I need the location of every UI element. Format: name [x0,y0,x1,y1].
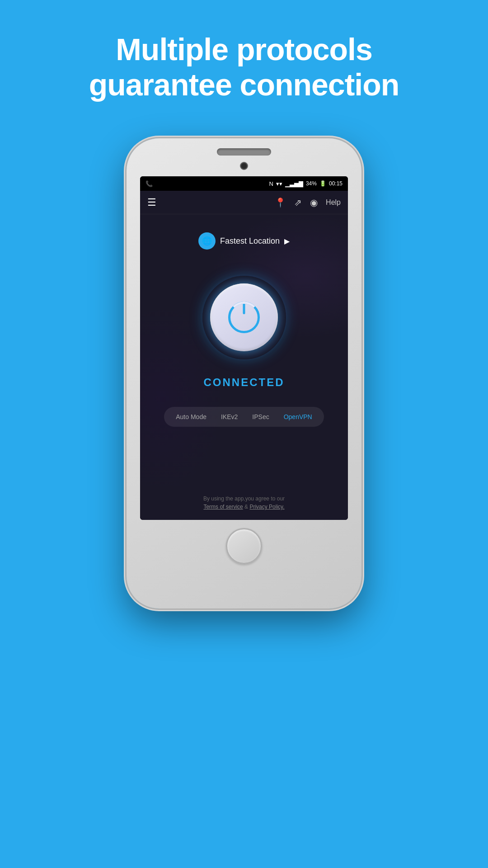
headline-line1: Multiple protocols [116,32,372,66]
footer-agree-text: By using the app,you agree to our [203,495,285,502]
power-inner-ring [210,283,278,351]
wifi-icon: ▾▾ [276,180,282,187]
protocol-tab-ipsec[interactable]: IPSec [246,410,275,423]
phone-screen: 📞 N ▾▾ ▁▃▅▇ 34% 🔋 00:15 ☰ 📍 ⇗ ◉ Help [140,176,348,520]
protocol-tab-openvpn[interactable]: OpenVPN [277,410,319,423]
footer-text: By using the app,you agree to our Terms … [203,495,285,511]
screen-content: 🌐 Fastest Location ▶ CONNECTED Auto Mode… [140,214,348,520]
status-right-icons: N ▾▾ ▁▃▅▇ 34% 🔋 00:15 [269,180,343,187]
signal-icon: ▁▃▅▇ [285,180,303,187]
location-arrow-icon: ▶ [284,237,290,245]
power-symbol-icon [228,302,260,333]
hamburger-menu-icon[interactable]: ☰ [147,197,156,208]
battery-icon: 🔋 [319,180,326,187]
protocol-tab-auto[interactable]: Auto Mode [169,410,213,423]
protocol-tab-ikev2[interactable]: IKEv2 [215,410,244,423]
location-label: Fastest Location [220,236,280,246]
footer-and: & [243,504,250,510]
power-button[interactable] [199,272,289,363]
nfc-icon: N [269,180,273,187]
headline-line2: guarantee connection [89,67,399,102]
front-camera [240,162,248,170]
battery-percent: 34% [306,180,317,187]
home-button[interactable] [226,528,262,564]
connected-status: CONNECTED [203,376,284,389]
location-row[interactable]: 🌐 Fastest Location ▶ [198,232,290,250]
status-bar: 📞 N ▾▾ ▁▃▅▇ 34% 🔋 00:15 [140,176,348,191]
privacy-policy-link[interactable]: Privacy Policy. [249,504,284,510]
phone-shell: 📞 N ▾▾ ▁▃▅▇ 34% 🔋 00:15 ☰ 📍 ⇗ ◉ Help [127,138,361,609]
time-display: 00:15 [329,180,343,187]
terms-of-service-link[interactable]: Terms of service [203,504,243,510]
speed-nav-icon[interactable]: ◉ [310,197,318,208]
globe-icon: 🌐 [198,232,216,250]
protocol-tabs: Auto Mode IKEv2 IPSec OpenVPN [164,407,324,427]
headline: Multiple protocols guarantee connection [62,32,427,102]
speaker-grille [217,148,271,156]
location-nav-icon[interactable]: 📍 [275,197,286,208]
nav-icons-group: 📍 ⇗ ◉ Help [275,197,341,208]
phone-icon: 📞 [145,180,153,187]
top-nav: ☰ 📍 ⇗ ◉ Help [140,191,348,214]
help-button[interactable]: Help [326,198,341,207]
share-nav-icon[interactable]: ⇗ [294,197,302,208]
